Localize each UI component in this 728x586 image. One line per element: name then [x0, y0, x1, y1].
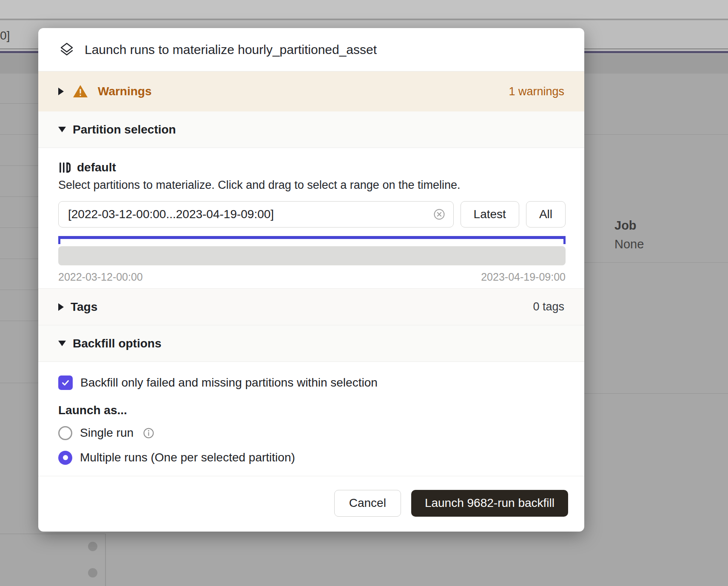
partition-selection-description: Select partitions to materialize. Click …	[58, 179, 566, 192]
chevron-down-icon	[58, 127, 66, 132]
single-run-option[interactable]: Single run	[58, 424, 564, 442]
background-status-dot	[88, 568, 97, 577]
dialog-header: Launch runs to materialize hourly_partit…	[38, 28, 584, 71]
chevron-down-icon	[58, 341, 66, 346]
all-button[interactable]: All	[526, 201, 566, 228]
dialog-title: Launch runs to materialize hourly_partit…	[85, 43, 377, 57]
timeline-date-labels: 2022-03-12-00:00 2023-04-19-09:00	[58, 271, 566, 283]
radio-dot	[63, 455, 68, 460]
backfill-options-body: Backfill only failed and missing partiti…	[38, 362, 584, 476]
timeline-end-label: 2023-04-19-09:00	[481, 271, 566, 283]
launch-backfill-button[interactable]: Launch 9682-run backfill	[411, 490, 568, 517]
background-row-line	[0, 383, 38, 383]
tags-count: 0 tags	[533, 300, 564, 313]
latest-button[interactable]: Latest	[461, 201, 519, 228]
partition-dimension-name: default	[77, 161, 116, 174]
warnings-count: 1 warnings	[509, 85, 564, 98]
background-row-line	[0, 165, 38, 166]
background-clipped-input-text: 0]	[0, 29, 10, 43]
backfill-options-title: Backfill options	[73, 337, 161, 350]
timeline-start-label: 2022-03-12-00:00	[58, 271, 143, 283]
timeline-track[interactable]	[58, 246, 566, 265]
checkbox-checked-icon[interactable]	[58, 375, 73, 390]
background-row-line	[584, 262, 728, 263]
warnings-label: Warnings	[98, 85, 152, 98]
partition-icon	[58, 161, 71, 174]
multiple-runs-label: Multiple runs (One per selected partitio…	[80, 451, 295, 464]
tags-title: Tags	[71, 300, 97, 314]
launch-backfill-dialog: Launch runs to materialize hourly_partit…	[38, 28, 584, 532]
multiple-runs-option[interactable]: Multiple runs (One per selected partitio…	[58, 449, 564, 467]
chevron-right-icon	[58, 88, 64, 95]
background-row-line	[0, 321, 38, 321]
backfill-checkbox-label: Backfill only failed and missing partiti…	[80, 376, 378, 390]
materialize-layers-icon	[58, 41, 75, 58]
clear-input-icon[interactable]	[433, 208, 446, 221]
launch-as-label: Launch as...	[58, 404, 564, 417]
warning-triangle-icon	[72, 84, 88, 99]
background-row-line	[0, 228, 38, 228]
partition-selection-body: default Select partitions to materialize…	[38, 148, 584, 288]
background-bottom-row-line	[0, 534, 106, 534]
backfill-options-section-toggle[interactable]: Backfill options	[38, 325, 584, 362]
single-run-label: Single run	[80, 426, 134, 440]
background-status-dot	[88, 542, 97, 551]
background-job-column-value: None	[614, 237, 644, 251]
radio-unchecked-icon[interactable]	[58, 426, 72, 440]
partition-range-input[interactable]	[68, 208, 433, 221]
partition-range-row: Latest All	[58, 201, 566, 228]
background-row-line	[0, 134, 38, 135]
background-row-line	[584, 393, 728, 394]
dialog-footer: Cancel Launch 9682-run backfill	[38, 476, 584, 530]
chevron-right-icon	[58, 303, 64, 311]
partition-selection-title: Partition selection	[73, 123, 176, 137]
partition-selection-section-toggle[interactable]: Partition selection	[38, 111, 584, 148]
cancel-button[interactable]: Cancel	[334, 490, 401, 517]
warnings-section-toggle[interactable]: Warnings 1 warnings	[38, 71, 584, 111]
background-row-line	[0, 103, 38, 104]
timeline-selection-bar[interactable]	[58, 236, 566, 239]
tags-section-toggle[interactable]: Tags 0 tags	[38, 288, 584, 325]
background-job-column-label: Job	[614, 219, 637, 233]
backfill-failed-missing-option[interactable]: Backfill only failed and missing partiti…	[58, 375, 564, 390]
partition-range-field	[58, 201, 454, 228]
background-row-line	[0, 196, 38, 197]
info-icon[interactable]	[143, 427, 154, 439]
background-top-band	[0, 0, 728, 20]
background-row-line	[584, 134, 728, 135]
background-row-line	[0, 290, 38, 290]
background-row-line	[0, 259, 38, 259]
radio-checked-icon[interactable]	[58, 451, 72, 465]
background-column-divider	[105, 534, 106, 586]
partition-dimension-row: default	[58, 161, 566, 174]
